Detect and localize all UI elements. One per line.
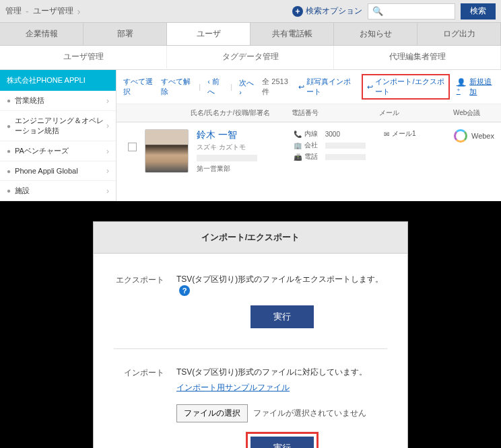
user-kana: スズキ カズトモ: [197, 143, 291, 152]
subtab-delegate[interactable]: 代理編集者管理: [334, 46, 501, 69]
subtab-user-manage[interactable]: ユーザ管理: [0, 46, 167, 69]
user-department: 第一営業部: [197, 164, 291, 174]
sidebar-item-label: 営業統括: [15, 96, 44, 106]
import-export-label: インポート/エクスポート: [375, 77, 444, 97]
col-phone: 電話番号: [292, 108, 379, 118]
sidebar-item-label: Phone Appli Global: [15, 167, 78, 175]
redacted-text: [325, 143, 366, 149]
fax-icon: 📠: [294, 153, 302, 161]
building-icon: 🏢: [294, 142, 302, 149]
company-label: 会社: [304, 141, 318, 150]
mail-icon: ✉: [384, 130, 389, 138]
chevron-right-icon: ›: [106, 166, 109, 176]
export-section-label: エクスポート: [114, 274, 164, 328]
export-execute-button[interactable]: 実行: [250, 305, 314, 328]
prev-label: 前へ: [207, 77, 220, 96]
import-export-button[interactable]: ↩インポート/エクスポート: [362, 74, 449, 100]
tab-user[interactable]: ユーザ: [167, 23, 250, 45]
sub-tabs: ユーザ管理 タグデータ管理 代理編集者管理: [0, 46, 501, 70]
sidebar-item-global[interactable]: ●Phone Appli Global›: [0, 161, 116, 181]
file-select-button[interactable]: ファイルの選択: [176, 404, 248, 422]
phone-icon: 📞: [294, 130, 302, 138]
chevron-right-icon: ›: [77, 6, 81, 17]
bullet-icon: ●: [7, 97, 11, 104]
reply-icon: ↩: [367, 83, 373, 91]
header-bar: 管理 - ユーザ管理 › + 検索オプション 🔍 検索: [0, 0, 501, 23]
redacted-text: [325, 154, 366, 160]
row-checkbox[interactable]: [128, 143, 137, 151]
sidebar-item-sales[interactable]: ●営業統括›: [0, 91, 116, 111]
user-name[interactable]: 鈴木 一智: [197, 129, 291, 141]
import-export-modal: インポート/エクスポート エクスポート TSV(タブ区切り)形式のファイルをエク…: [93, 221, 408, 448]
add-new-button[interactable]: 👤⁺新規追加: [457, 77, 494, 97]
sidebar: 株式会社PHONE APPLI ●営業統括› ●エンジニアリング＆オペレーション…: [0, 70, 116, 201]
col-mail: メール: [379, 108, 453, 118]
subtab-tag-data[interactable]: タグデータ管理: [167, 46, 334, 69]
chevron-right-icon: ›: [106, 121, 109, 130]
chevron-right-icon: ›: [106, 186, 109, 196]
no-file-text: ファイルが選択されていません: [253, 408, 366, 419]
import-section-label: インポート: [114, 367, 164, 448]
search-options-label: 検索オプション: [306, 5, 362, 17]
prev-button[interactable]: ‹ 前へ: [207, 77, 224, 97]
next-label: 次へ: [239, 79, 254, 87]
bullet-icon: ●: [7, 147, 11, 155]
breadcrumb: 管理 - ユーザ管理 ›: [5, 5, 84, 17]
deselect-all-button[interactable]: すべて解除: [161, 77, 192, 97]
help-icon[interactable]: ?: [179, 285, 190, 296]
column-headers: 氏名/氏名カナ/役職/部署名 電話番号 メール Web会議: [116, 104, 501, 122]
sidebar-item-label: エンジニアリング＆オペレーション統括: [15, 116, 106, 136]
redacted-text: [197, 155, 257, 161]
webex-icon: [454, 129, 467, 143]
tab-company[interactable]: 企業情報: [0, 23, 84, 45]
total-count: 全 2513 件: [262, 77, 292, 97]
col-web: Web会議: [453, 108, 494, 118]
import-description: TSV(タブ区切り)形式のファイルに対応しています。: [176, 367, 367, 377]
search-options-button[interactable]: + 検索オプション: [292, 5, 362, 17]
col-name: 氏名/氏名カナ/役職/部署名: [191, 108, 292, 118]
next-button[interactable]: 次へ ›: [239, 78, 255, 96]
bullet-icon: ●: [7, 187, 11, 194]
sidebar-item-paventures[interactable]: ●PAベンチャーズ›: [0, 141, 116, 161]
divider: [114, 348, 387, 349]
tel-label: 電話: [304, 152, 318, 161]
tab-shared-phonebook[interactable]: 共有電話帳: [250, 23, 334, 45]
user-row[interactable]: 鈴木 一智 スズキ カズトモ 第一営業部 📞内線 3000 🏢会社 📠電話 ✉メ…: [116, 122, 501, 180]
tab-log[interactable]: ログ出力: [418, 23, 501, 45]
avatar: [145, 129, 189, 173]
main-tabs: 企業情報 部署 ユーザ 共有電話帳 お知らせ ログ出力: [0, 23, 501, 46]
bullet-icon: ●: [7, 122, 11, 130]
reply-icon: ↩: [298, 83, 304, 91]
highlight-border: 実行: [246, 432, 319, 448]
sidebar-company-head[interactable]: 株式会社PHONE APPLI: [0, 70, 116, 91]
mail-label: メール1: [392, 129, 416, 139]
ext-label: 内線: [304, 129, 318, 139]
import-execute-button[interactable]: 実行: [250, 437, 314, 448]
export-description: TSV(タブ区切り)形式のファイルをエクスポートします。: [176, 274, 383, 284]
sidebar-item-label: 施設: [15, 186, 30, 196]
photo-import-button[interactable]: ↩顔写真インポート: [298, 77, 355, 97]
add-new-label: 新規追加: [469, 77, 494, 97]
breadcrumb-root[interactable]: 管理: [5, 5, 22, 17]
modal-title: インポート/エクスポート: [94, 222, 407, 254]
tab-department[interactable]: 部署: [84, 23, 167, 45]
search-icon: 🔍: [372, 6, 383, 16]
plus-icon: +: [292, 6, 303, 17]
select-all-button[interactable]: すべて選択: [123, 77, 154, 97]
sidebar-item-facility[interactable]: ●施設›: [0, 181, 116, 201]
bullet-icon: ●: [7, 167, 11, 175]
person-plus-icon: 👤⁺: [457, 78, 468, 96]
search-input[interactable]: 🔍: [368, 3, 455, 20]
ext-number: 3000: [325, 130, 340, 138]
sample-file-link[interactable]: インポート用サンプルファイル: [176, 382, 290, 394]
search-button[interactable]: 検索: [461, 3, 496, 20]
chevron-right-icon: ›: [106, 147, 109, 156]
sidebar-item-engineering[interactable]: ●エンジニアリング＆オペレーション統括›: [0, 111, 116, 141]
breadcrumb-divider: -: [26, 6, 29, 17]
separator: |: [230, 83, 232, 91]
toolbar: すべて選択 すべて解除 | ‹ 前へ | 次へ › 全 2513 件 ↩顔写真イ…: [116, 70, 501, 104]
sidebar-item-label: PAベンチャーズ: [15, 146, 69, 156]
tab-notice[interactable]: お知らせ: [334, 23, 418, 45]
separator: |: [199, 83, 201, 91]
photo-import-label: 顔写真インポート: [306, 77, 355, 97]
